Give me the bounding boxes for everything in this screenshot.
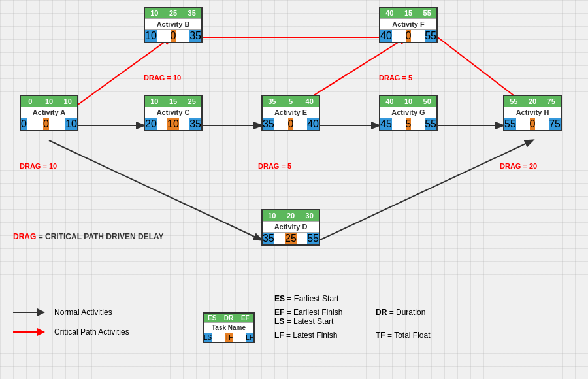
normal-activities-legend: Normal Activities <box>13 308 112 317</box>
c-name: Activity C <box>145 107 201 118</box>
g-ls: 45 <box>380 118 392 130</box>
h-dr: 20 <box>523 96 542 107</box>
e-ef: 40 <box>300 96 319 107</box>
a-tf: 0 <box>43 118 49 130</box>
h-ls: 55 <box>504 118 516 130</box>
legend-ef: EF <box>237 314 253 322</box>
e-ls: 35 <box>263 118 274 130</box>
legend-ls: LS <box>204 333 212 342</box>
legend-task-name: Task Name <box>204 322 253 333</box>
f-ls: 40 <box>380 30 392 42</box>
legend-dr: DR <box>220 314 237 322</box>
d-lf: 55 <box>307 233 319 244</box>
c-lf: 35 <box>189 118 201 130</box>
b-dr: 25 <box>164 8 183 18</box>
d-es: 10 <box>263 210 282 221</box>
d-dr: 20 <box>282 210 301 221</box>
a-name: Activity A <box>21 107 77 118</box>
activity-h: 55 20 75 Activity H 55 0 75 <box>503 95 562 131</box>
activity-g: 40 10 50 Activity G 45 5 55 <box>379 95 438 131</box>
legend-tf: TF <box>225 333 233 342</box>
d-ls: 35 <box>263 233 274 244</box>
g-es: 40 <box>380 96 399 107</box>
critical-path-legend: Critical Path Activities <box>13 327 129 337</box>
b-drag: DRAG = 10 <box>144 74 181 82</box>
g-dr: 10 <box>399 96 418 107</box>
legend-definitions-4: TF = Total Float <box>376 329 431 343</box>
critical-path-label: Critical Path Activities <box>54 327 129 337</box>
svg-line-2 <box>49 140 261 240</box>
e-dr: 5 <box>282 96 301 107</box>
legend-definitions-3: LS = Latest Start LF = Latest Finish <box>274 315 337 343</box>
legend-node-container: ES DR EF Task Name LS TF LF <box>203 312 255 343</box>
g-ef: 50 <box>417 96 436 107</box>
f-ef: 55 <box>417 8 436 18</box>
activity-b: 10 25 35 Activity B 10 0 35 <box>144 7 203 43</box>
a-es: 0 <box>21 96 40 107</box>
activity-c: 10 15 25 Activity C 20 10 35 <box>144 95 203 131</box>
a-drag: DRAG = 10 <box>20 162 57 170</box>
d-tf: 25 <box>285 233 297 244</box>
b-lf: 35 <box>189 30 201 42</box>
c-dr: 15 <box>164 96 183 107</box>
drag-definition: DRAG = CRITICAL PATH DRIVEN DELAY <box>13 232 164 241</box>
a-ls: 0 <box>21 118 27 130</box>
f-tf: 0 <box>406 30 412 42</box>
d-ef: 30 <box>300 210 319 221</box>
h-ef: 75 <box>542 96 561 107</box>
legend-es: ES <box>204 314 220 322</box>
e-tf: 0 <box>288 118 294 130</box>
b-ef: 35 <box>182 8 201 18</box>
f-drag: DRAG = 5 <box>379 74 412 82</box>
f-dr: 15 <box>399 8 418 18</box>
h-es: 55 <box>504 96 523 107</box>
activity-f: 40 15 55 Activity F 40 0 55 <box>379 7 438 43</box>
g-tf: 5 <box>406 118 412 130</box>
b-tf: 0 <box>171 30 176 42</box>
legend-definitions-2: DR = Duration <box>376 306 425 320</box>
f-lf: 55 <box>425 30 436 42</box>
c-es: 10 <box>145 96 164 107</box>
a-ef: 10 <box>58 96 77 107</box>
e-lf: 40 <box>307 118 319 130</box>
h-name: Activity H <box>504 107 561 118</box>
svg-line-9 <box>320 140 532 240</box>
a-lf: 10 <box>65 118 77 130</box>
normal-activities-label: Normal Activities <box>54 308 112 317</box>
a-dr: 10 <box>40 96 59 107</box>
c-ef: 25 <box>182 96 201 107</box>
b-name: Activity B <box>145 18 201 30</box>
activity-e: 35 5 40 Activity E 35 0 40 <box>261 95 320 131</box>
e-name: Activity E <box>263 107 319 118</box>
f-name: Activity F <box>380 18 436 30</box>
g-lf: 55 <box>425 118 436 130</box>
activity-d: 10 20 30 Activity D 35 25 55 <box>261 209 320 246</box>
c-ls: 20 <box>145 118 157 130</box>
c-tf: 10 <box>167 118 179 130</box>
e-drag: DRAG = 5 <box>258 162 291 170</box>
activity-a: 0 10 10 Activity A 0 0 10 <box>20 95 78 131</box>
legend-lf: LF <box>246 333 253 342</box>
f-es: 40 <box>380 8 399 18</box>
b-ls: 10 <box>145 30 157 42</box>
g-name: Activity G <box>380 107 436 118</box>
h-tf: 0 <box>530 118 536 130</box>
d-name: Activity D <box>263 221 319 233</box>
b-es: 10 <box>145 8 164 18</box>
h-drag: DRAG = 20 <box>500 162 537 170</box>
e-es: 35 <box>263 96 282 107</box>
h-lf: 75 <box>549 118 561 130</box>
